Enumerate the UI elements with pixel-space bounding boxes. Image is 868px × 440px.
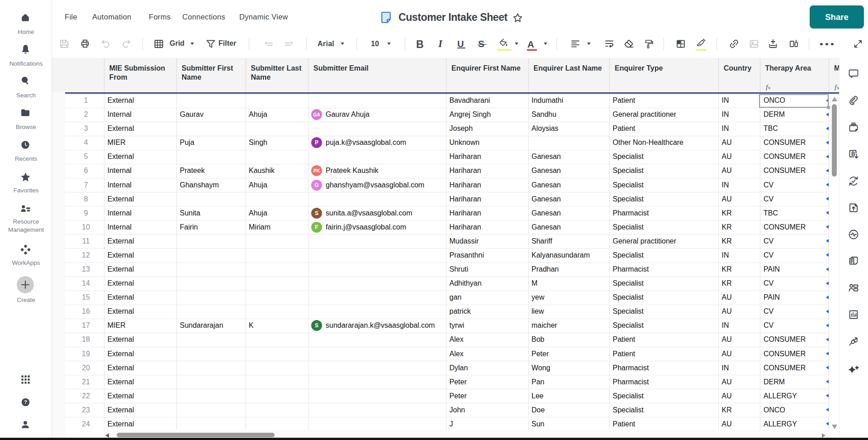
svg-text:?: ? [24, 399, 27, 405]
svg-text:B: B [851, 151, 855, 157]
